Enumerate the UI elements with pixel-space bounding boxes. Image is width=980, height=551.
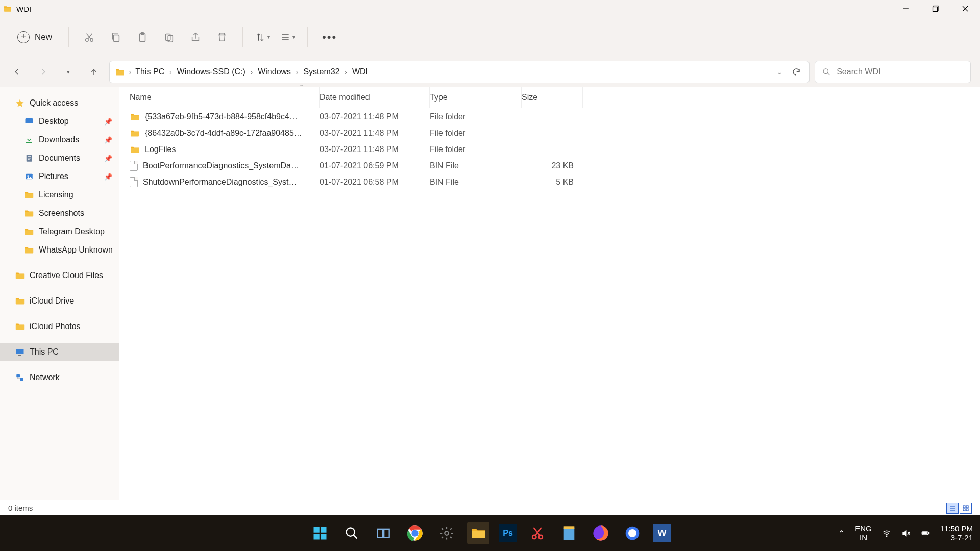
search-input[interactable]: [837, 67, 963, 77]
delete-button[interactable]: [211, 26, 233, 48]
chrome-icon[interactable]: [404, 522, 426, 544]
titlebar: WDI: [0, 0, 980, 17]
table-row[interactable]: ShutdownPerformanceDiagnostics_Syst…01-0…: [119, 173, 980, 190]
wifi-icon[interactable]: [882, 529, 891, 538]
history-button[interactable]: ▾: [58, 62, 79, 82]
breadcrumb-item[interactable]: This PC: [132, 65, 167, 79]
more-button[interactable]: •••: [317, 31, 342, 44]
signal-icon[interactable]: [621, 522, 644, 544]
explorer-icon[interactable]: [467, 522, 489, 544]
svg-rect-53: [564, 528, 575, 540]
details-view-button[interactable]: [946, 503, 959, 514]
search-box[interactable]: [815, 61, 971, 83]
svg-line-18: [827, 73, 829, 75]
address-bar[interactable]: › This PC› Windows-SSD (C:)› Windows› Sy…: [109, 61, 810, 83]
svg-point-17: [823, 69, 828, 73]
back-button[interactable]: [7, 62, 28, 82]
up-button[interactable]: [84, 62, 104, 82]
documents-icon: [24, 154, 34, 163]
svg-rect-54: [564, 526, 575, 529]
new-button[interactable]: + New: [10, 28, 59, 46]
word-icon[interactable]: W: [653, 524, 671, 542]
svg-rect-22: [28, 156, 31, 157]
column-type[interactable]: Type: [430, 87, 522, 108]
snip-icon[interactable]: [526, 522, 549, 544]
share-button[interactable]: [184, 26, 207, 48]
sidebar-item-folder[interactable]: Telegram Desktop: [0, 222, 119, 241]
notepad-icon[interactable]: [558, 522, 580, 544]
table-row[interactable]: LogFiles03-07-2021 11:48 PMFile folder: [119, 141, 980, 157]
search-icon: [822, 67, 830, 77]
language-indicator[interactable]: ENGIN: [855, 524, 872, 542]
sidebar-item-downloads[interactable]: Downloads📌: [0, 131, 119, 149]
taskbar: Ps W ⌃ ENGIN 11:50 PM3-7-21: [0, 515, 980, 551]
paste-button[interactable]: [131, 26, 154, 48]
tray-chevron-icon[interactable]: ⌃: [838, 529, 845, 538]
cut-button[interactable]: [78, 26, 101, 48]
status-bar: 0 items: [0, 500, 980, 515]
breadcrumb-item[interactable]: WDI: [349, 65, 371, 79]
svg-rect-28: [18, 355, 21, 356]
plus-icon: +: [17, 31, 30, 43]
table-row[interactable]: {533a67eb-9fb5-473d-b884-958cf4b9c4…03-0…: [119, 108, 980, 124]
sidebar-item-documents[interactable]: Documents📌: [0, 149, 119, 167]
svg-point-58: [886, 536, 887, 537]
chevron-down-icon[interactable]: ⌄: [777, 68, 782, 76]
svg-rect-63: [923, 533, 927, 534]
table-row[interactable]: {86432a0b-3c7d-4ddf-a89c-172faa90485…03-…: [119, 124, 980, 141]
sidebar-item-desktop[interactable]: Desktop📌: [0, 112, 119, 131]
start-button[interactable]: [309, 522, 331, 544]
column-date[interactable]: Date modified: [320, 87, 430, 108]
sidebar-item-cc[interactable]: Creative Cloud Files: [0, 266, 119, 285]
clock[interactable]: 11:50 PM3-7-21: [940, 524, 973, 542]
svg-rect-34: [963, 506, 965, 508]
battery-icon[interactable]: [921, 529, 930, 538]
column-size[interactable]: Size: [522, 87, 583, 108]
icons-view-button[interactable]: [960, 503, 972, 514]
svg-point-57: [628, 529, 636, 537]
taskview-button[interactable]: [372, 522, 395, 544]
view-button[interactable]: ▾: [277, 32, 298, 42]
sidebar-item-this-pc[interactable]: This PC: [0, 343, 119, 361]
nav-row: ▾ › This PC› Windows-SSD (C:)› Windows› …: [0, 57, 980, 87]
svg-rect-23: [28, 158, 31, 158]
volume-icon[interactable]: [901, 529, 911, 538]
sidebar-item-folder[interactable]: Licensing: [0, 186, 119, 204]
search-button[interactable]: [340, 522, 363, 544]
taskbar-apps: Ps W: [309, 522, 671, 544]
breadcrumb-item[interactable]: Windows: [255, 65, 294, 79]
sort-asc-icon: ⌃: [299, 84, 304, 90]
rename-button[interactable]: [158, 26, 180, 48]
column-name[interactable]: Name⌃: [119, 87, 320, 108]
breadcrumb-item[interactable]: System32: [300, 65, 342, 79]
column-headers: Name⌃ Date modified Type Size: [119, 87, 980, 108]
firefox-icon[interactable]: [590, 522, 612, 544]
sidebar-item-icloud-drive[interactable]: iCloud Drive: [0, 292, 119, 310]
table-row[interactable]: BootPerformanceDiagnostics_SystemDa…01-0…: [119, 157, 980, 173]
svg-point-6: [90, 38, 93, 41]
refresh-icon[interactable]: [792, 67, 801, 77]
pin-icon: 📌: [104, 173, 112, 181]
settings-icon[interactable]: [435, 522, 458, 544]
sidebar-item-pictures[interactable]: Pictures📌: [0, 167, 119, 186]
breadcrumb-item[interactable]: Windows-SSD (C:): [174, 65, 249, 79]
svg-rect-38: [314, 527, 320, 533]
svg-rect-29: [16, 374, 20, 377]
svg-line-43: [354, 535, 357, 539]
sidebar-item-folder[interactable]: Screenshots: [0, 204, 119, 222]
sidebar-item-network[interactable]: Network: [0, 368, 119, 387]
svg-rect-35: [966, 506, 968, 508]
photoshop-icon[interactable]: Ps: [499, 524, 517, 542]
close-button[interactable]: [950, 0, 980, 17]
sidebar-item-icloud-photos[interactable]: iCloud Photos: [0, 317, 119, 336]
breadcrumb: This PC› Windows-SSD (C:)› Windows› Syst…: [132, 65, 371, 79]
sidebar-quick-access[interactable]: Quick access: [0, 94, 119, 112]
sidebar-item-folder[interactable]: WhatsApp Unknown: [0, 241, 119, 259]
svg-rect-45: [384, 529, 389, 537]
copy-button[interactable]: [105, 26, 127, 48]
minimize-button[interactable]: [891, 0, 921, 17]
svg-point-50: [539, 535, 543, 539]
sort-button[interactable]: ▾: [252, 32, 273, 42]
forward-button[interactable]: [33, 62, 53, 82]
maximize-button[interactable]: [921, 0, 950, 17]
